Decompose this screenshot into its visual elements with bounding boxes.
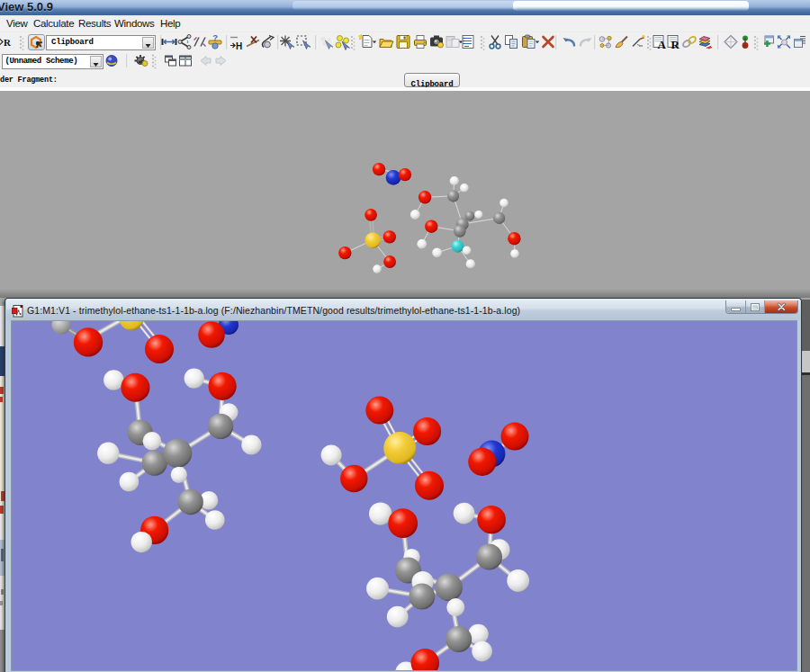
svg-text:R: R <box>4 37 12 48</box>
svg-text:A: A <box>658 38 667 51</box>
svg-text:H: H <box>236 41 242 51</box>
svg-text:?: ? <box>212 32 218 42</box>
svg-text:R: R <box>671 38 680 51</box>
